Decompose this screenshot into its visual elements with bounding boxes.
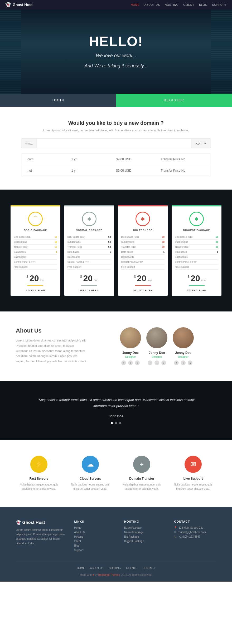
logo-text: Ghost Host <box>13 3 32 7</box>
footer-link-hosting[interactable]: Hosting <box>74 535 116 538</box>
feature-row: Data bases1 <box>121 250 165 255</box>
domain-transfer-net: Transfer Price No <box>161 169 206 172</box>
team-socials-1: f t g <box>120 360 141 365</box>
facebook-icon[interactable]: f <box>121 360 126 365</box>
footer-link-blog[interactable]: Blog <box>74 544 116 547</box>
basic-features: Disk Space (GB)10 Subdomains10 Transfer … <box>11 235 60 270</box>
footer-basic[interactable]: Basic Package <box>124 526 166 529</box>
twitter-icon[interactable]: t <box>181 360 186 365</box>
nav-link-support[interactable]: SUPPORT <box>212 3 227 6</box>
domain-search-input[interactable] <box>37 139 191 148</box>
feature-row: Dashboards <box>67 255 111 260</box>
footer-link-home[interactable]: Home <box>74 526 116 529</box>
feature-row-free-support: Free Support <box>67 265 111 270</box>
footer-nav-home[interactable]: HOME <box>77 567 85 569</box>
company-name: Bootstrap Themes <box>98 573 120 576</box>
normal-price-underline <box>81 285 97 286</box>
hero-section: HELLO! We love our work... And We're tak… <box>0 9 232 94</box>
team-socials-3: f t g <box>173 360 194 365</box>
domain-extension-selector[interactable]: .com ▼ <box>191 139 211 148</box>
biggest-select-plan-button[interactable]: SELECT PLAN <box>187 289 206 292</box>
feature-cloud-servers: ☁ Cloud Servers Nulla dapibus neque augu… <box>67 456 113 491</box>
domain-input-row: www. .com ▼ <box>21 138 211 148</box>
big-select-plan-button[interactable]: SELECT PLAN <box>133 289 153 292</box>
nav-link-home[interactable]: HOME <box>131 3 140 6</box>
testimonial-author: John Doe <box>32 414 200 418</box>
feature-row: Transfer (GB)90 <box>175 245 218 250</box>
google-icon[interactable]: g <box>188 360 192 365</box>
normal-select-plan-button[interactable]: SELECT PLAN <box>79 289 99 292</box>
cloud-servers-desc: Nulla dapibus neque augue, quis tincidun… <box>67 483 113 491</box>
twitter-icon[interactable]: t <box>128 360 133 365</box>
nav-link-blog[interactable]: BLOG <box>199 3 207 6</box>
nav-logo[interactable]: 👻 Ghost Host <box>5 2 32 8</box>
footer-phone: 📞 +1 (800) 123-4567 <box>174 535 216 538</box>
domain-ext-com: .com <box>27 157 71 161</box>
domain-period-com: 1 yr <box>71 157 116 161</box>
team-name-3: Jonny Doe <box>173 351 194 355</box>
nav-link-about[interactable]: ABOUT US <box>144 3 160 6</box>
testimonial-dot-2[interactable] <box>115 422 117 424</box>
feature-row: Dashboards <box>14 255 57 260</box>
footer-normal[interactable]: Normal Package <box>124 531 166 534</box>
testimonial-dot-3[interactable] <box>119 422 121 424</box>
feature-row-free-support: Free Support <box>121 265 165 270</box>
fast-servers-title: Fast Servers <box>16 477 62 480</box>
footer-nav-contact[interactable]: CONTACT <box>143 567 155 569</box>
normal-icon-circle: ✱ <box>82 212 96 226</box>
testimonial-dot-1[interactable] <box>111 422 113 424</box>
footer-biggest[interactable]: Biggest Package <box>124 540 166 543</box>
biggest-price-underline <box>189 285 205 286</box>
twitter-icon[interactable]: t <box>154 360 159 365</box>
footer-nav-about[interactable]: ABOUT US <box>90 567 104 569</box>
feature-fast-servers: ⚡ Fast Servers Nulla dapibus neque augue… <box>16 456 62 491</box>
domain-transfer-com: Transfer Price No <box>161 157 206 161</box>
hero-line1: We love our work... <box>84 52 148 60</box>
footer-top: 👻 Ghost Host Lorem ipsum dolor sit amet,… <box>16 520 216 553</box>
heart-icon: ♥ <box>93 573 94 576</box>
feature-row: Subdomains10 <box>14 240 57 245</box>
google-icon[interactable]: g <box>161 360 166 365</box>
feature-row: Transfer (GB)50 <box>67 245 111 250</box>
nav-links: HOME ABOUT US HOSTING CLIENT BLOG SUPPOR… <box>131 3 227 6</box>
register-button[interactable]: REGISTER <box>116 94 232 107</box>
footer-nav-clients[interactable]: CLIENTS <box>126 567 137 569</box>
feature-row: Data bases1 <box>14 250 57 255</box>
feature-row: Control Panel & FTP <box>67 260 111 265</box>
footer-divider <box>16 561 216 561</box>
domain-transfer-icon: + <box>133 456 150 473</box>
facebook-icon[interactable]: f <box>174 360 179 365</box>
fast-servers-desc: Nulla dapibus neque augue, quis tincidun… <box>16 483 62 491</box>
basic-select-plan-button[interactable]: SELECT PLAN <box>26 289 45 292</box>
biggest-features: Disk Space (GB)50 Subdomains90 Transfer … <box>172 235 221 270</box>
footer-email: ✉ contact@ghosthost.com <box>174 531 216 534</box>
footer-big[interactable]: Big Package <box>124 535 166 538</box>
pricing-section: ⌒ BASIC PACKAGE Disk Space (GB)10 Subdom… <box>0 190 232 311</box>
big-icon-circle: ✱ <box>136 212 150 226</box>
footer: 👻 Ghost Host Lorem ipsum dolor sit amet,… <box>0 507 232 582</box>
auth-bar: LOGIN REGISTER <box>0 94 232 107</box>
about-section: About Us Lorem ipsum dolor sit amet, con… <box>0 311 232 381</box>
footer-description: Lorem ipsum dolor sit amet, consectetur … <box>16 528 66 546</box>
login-button[interactable]: LOGIN <box>0 94 116 107</box>
normal-select-plan: SELECT PLAN <box>64 289 114 292</box>
footer-link-about[interactable]: About Us <box>74 531 116 534</box>
nav-link-hosting[interactable]: HOSTING <box>165 3 179 6</box>
facebook-icon[interactable]: f <box>148 360 152 365</box>
footer-link-support[interactable]: Support <box>74 549 116 552</box>
footer-nav-hosting[interactable]: HOSTING <box>109 567 121 569</box>
footer-address: 📍 123 Main Street, City <box>174 526 216 529</box>
domain-price-net: $9.00 USD <box>116 169 161 172</box>
nav-link-client[interactable]: CLIENT <box>183 3 194 6</box>
biggest-price: $ 20 /mo <box>172 274 221 283</box>
team-role-2: Designer <box>146 355 167 358</box>
testimonial-dots <box>32 422 200 424</box>
footer-link-client[interactable]: Client <box>74 540 116 543</box>
about-title: About Us <box>16 327 87 334</box>
domain-transfer-title: Domain Transfer <box>119 477 165 480</box>
big-icon-area: ✱ <box>118 206 168 229</box>
google-icon[interactable]: g <box>135 360 140 365</box>
feature-row: Subdomains50 <box>67 240 111 245</box>
live-support-icon: ✉ <box>185 456 202 473</box>
team-avatar-2 <box>146 327 167 348</box>
